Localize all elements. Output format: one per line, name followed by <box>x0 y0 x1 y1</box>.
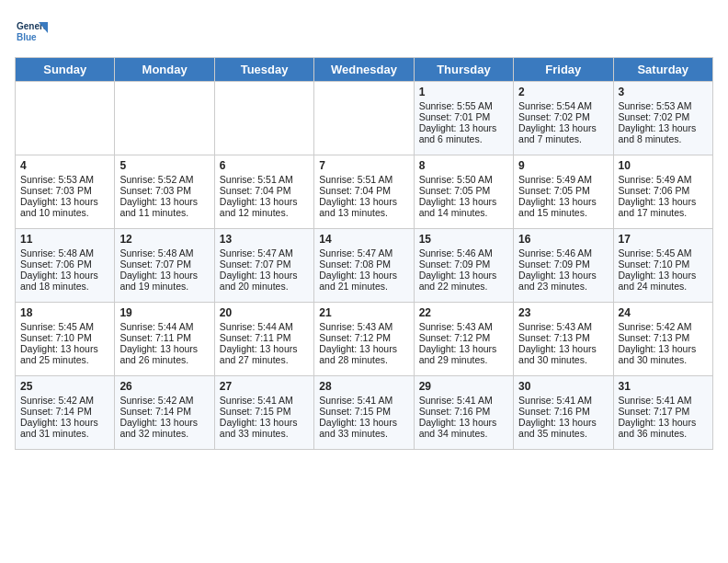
day-info: and 24 minutes. <box>619 281 708 292</box>
day-info: Sunrise: 5:44 AM <box>119 321 209 332</box>
day-cell: 21Sunrise: 5:43 AMSunset: 7:12 PMDayligh… <box>314 303 414 376</box>
day-cell: 10Sunrise: 5:49 AMSunset: 7:06 PMDayligh… <box>613 155 712 229</box>
day-info: Daylight: 13 hours <box>518 270 608 281</box>
day-cell: 1Sunrise: 5:55 AMSunset: 7:01 PMDaylight… <box>414 82 513 155</box>
header-cell-thursday: Thursday <box>414 58 513 82</box>
header-cell-sunday: Sunday <box>16 58 115 82</box>
day-number: 17 <box>619 233 708 246</box>
day-info: Daylight: 13 hours <box>220 343 309 354</box>
week-row-1: 1Sunrise: 5:55 AMSunset: 7:01 PMDaylight… <box>16 82 713 155</box>
day-info: Sunrise: 5:41 AM <box>619 395 708 406</box>
day-info: and 30 minutes. <box>518 354 608 365</box>
day-info: and 34 minutes. <box>419 428 508 439</box>
day-info: Sunrise: 5:53 AM <box>20 174 109 185</box>
day-number: 3 <box>619 86 708 98</box>
day-number: 6 <box>220 159 309 172</box>
day-info: Sunrise: 5:41 AM <box>518 395 608 406</box>
day-info: Daylight: 13 hours <box>119 196 209 207</box>
day-info: and 30 minutes. <box>619 354 708 365</box>
day-info: Daylight: 13 hours <box>619 196 708 207</box>
day-number: 20 <box>220 306 309 319</box>
day-number: 14 <box>319 233 408 246</box>
day-info: Sunset: 7:17 PM <box>619 406 708 417</box>
day-info: Sunset: 7:12 PM <box>319 332 408 343</box>
day-info: Daylight: 13 hours <box>119 270 209 281</box>
week-row-4: 18Sunrise: 5:45 AMSunset: 7:10 PMDayligh… <box>16 303 713 376</box>
header-cell-friday: Friday <box>514 58 613 82</box>
svg-rect-0 <box>15 15 48 48</box>
day-info: Daylight: 13 hours <box>518 343 608 354</box>
day-number: 11 <box>20 233 109 246</box>
day-info: Sunrise: 5:54 AM <box>518 100 608 111</box>
day-cell: 28Sunrise: 5:41 AMSunset: 7:15 PMDayligh… <box>314 376 414 450</box>
day-info: and 8 minutes. <box>619 133 708 144</box>
day-info: Sunset: 7:14 PM <box>20 406 109 417</box>
day-info: Sunset: 7:14 PM <box>119 406 209 417</box>
day-info: Sunset: 7:16 PM <box>419 406 508 417</box>
day-info: Sunset: 7:15 PM <box>220 406 309 417</box>
day-cell <box>16 82 115 155</box>
day-cell: 27Sunrise: 5:41 AMSunset: 7:15 PMDayligh… <box>214 376 313 450</box>
day-info: Sunrise: 5:49 AM <box>518 174 608 185</box>
day-cell: 15Sunrise: 5:46 AMSunset: 7:09 PMDayligh… <box>414 229 513 303</box>
day-number: 16 <box>518 233 608 246</box>
day-info: Sunset: 7:02 PM <box>518 111 608 122</box>
day-info: and 15 minutes. <box>518 207 608 218</box>
calendar-header: SundayMondayTuesdayWednesdayThursdayFrid… <box>16 58 713 82</box>
day-info: Daylight: 13 hours <box>319 343 408 354</box>
day-cell: 16Sunrise: 5:46 AMSunset: 7:09 PMDayligh… <box>514 229 613 303</box>
day-number: 9 <box>518 159 608 172</box>
day-info: and 7 minutes. <box>518 133 608 144</box>
day-cell: 3Sunrise: 5:53 AMSunset: 7:02 PMDaylight… <box>613 82 712 155</box>
day-info: and 18 minutes. <box>20 281 109 292</box>
day-info: Sunrise: 5:50 AM <box>419 174 508 185</box>
day-info: Daylight: 13 hours <box>20 343 109 354</box>
day-info: Sunrise: 5:51 AM <box>319 174 408 185</box>
day-info: Daylight: 13 hours <box>619 343 708 354</box>
day-info: Daylight: 13 hours <box>319 196 408 207</box>
day-info: and 32 minutes. <box>119 428 209 439</box>
day-info: and 35 minutes. <box>518 428 608 439</box>
day-info: Sunrise: 5:51 AM <box>220 174 309 185</box>
calendar-body: 1Sunrise: 5:55 AMSunset: 7:01 PMDaylight… <box>16 82 713 450</box>
day-cell <box>314 82 414 155</box>
logo: General Blue <box>15 15 51 48</box>
day-info: Sunset: 7:09 PM <box>518 259 608 270</box>
day-number: 8 <box>419 159 508 172</box>
day-number: 2 <box>518 86 608 98</box>
day-cell: 26Sunrise: 5:42 AMSunset: 7:14 PMDayligh… <box>115 376 214 450</box>
day-info: Sunrise: 5:44 AM <box>220 321 309 332</box>
page-header: General Blue <box>15 15 713 48</box>
day-info: Daylight: 13 hours <box>518 196 608 207</box>
day-info: Sunset: 7:01 PM <box>419 111 508 122</box>
week-row-3: 11Sunrise: 5:48 AMSunset: 7:06 PMDayligh… <box>16 229 713 303</box>
day-info: Sunset: 7:02 PM <box>619 111 708 122</box>
day-info: Sunset: 7:10 PM <box>619 259 708 270</box>
day-cell: 29Sunrise: 5:41 AMSunset: 7:16 PMDayligh… <box>414 376 513 450</box>
day-info: Sunrise: 5:46 AM <box>518 247 608 259</box>
day-info: Daylight: 13 hours <box>518 122 608 133</box>
day-number: 28 <box>319 380 408 393</box>
day-info: Sunset: 7:15 PM <box>319 406 408 417</box>
header-cell-saturday: Saturday <box>613 58 712 82</box>
day-info: and 22 minutes. <box>419 281 508 292</box>
day-info: Sunrise: 5:52 AM <box>119 174 209 185</box>
day-info: Daylight: 13 hours <box>20 417 109 428</box>
header-cell-tuesday: Tuesday <box>214 58 313 82</box>
day-cell: 9Sunrise: 5:49 AMSunset: 7:05 PMDaylight… <box>514 155 613 229</box>
day-info: Sunrise: 5:43 AM <box>419 321 508 332</box>
day-info: Sunset: 7:08 PM <box>319 259 408 270</box>
day-cell: 31Sunrise: 5:41 AMSunset: 7:17 PMDayligh… <box>613 376 712 450</box>
day-cell <box>115 82 214 155</box>
day-info: Daylight: 13 hours <box>419 122 508 133</box>
day-info: Sunrise: 5:47 AM <box>319 247 408 259</box>
day-number: 25 <box>20 380 109 393</box>
day-info: and 33 minutes. <box>319 428 408 439</box>
day-info: Daylight: 13 hours <box>619 270 708 281</box>
day-number: 26 <box>119 380 209 393</box>
day-number: 31 <box>619 380 708 393</box>
day-info: Sunset: 7:07 PM <box>119 259 209 270</box>
day-info: and 23 minutes. <box>518 281 608 292</box>
day-number: 7 <box>319 159 408 172</box>
day-info: Daylight: 13 hours <box>419 270 508 281</box>
